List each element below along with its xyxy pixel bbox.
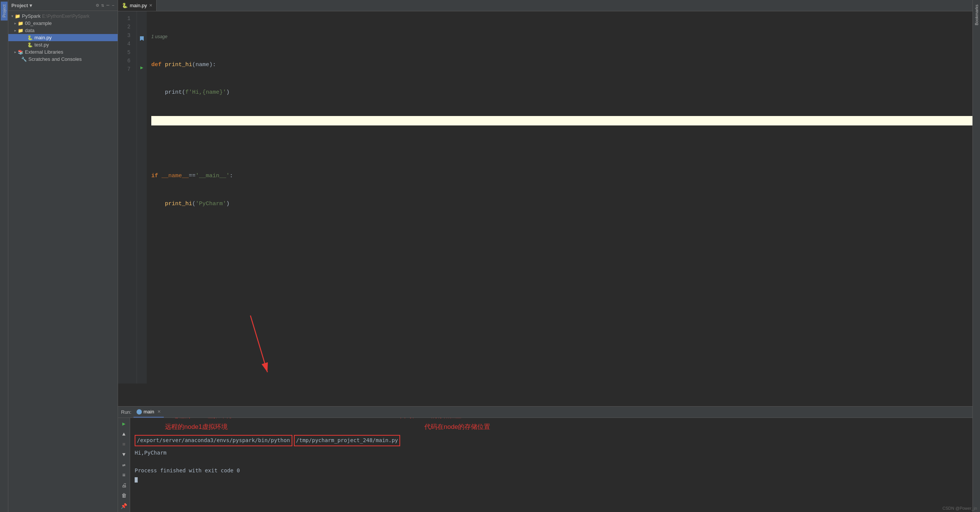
run-scroll-up[interactable]: ▲ <box>120 430 128 437</box>
run-process-finished: Process finished with exit code 0 <box>135 466 968 476</box>
run-tab-close[interactable]: ✕ <box>158 409 161 414</box>
run-panel-body: ▶ ▲ ■ ▼ ⇌ ≡ 🖨 🗑 📌 远程的node1虚拟环境 代码在node的存… <box>118 418 972 512</box>
tab-main-py[interactable]: 🐍 main.py ✕ <box>118 0 157 11</box>
script-path: /tmp/pycharm_project_248/main.py <box>294 435 401 446</box>
run-tab-main[interactable]: main ✕ <box>134 407 163 417</box>
line-num-2: 2 <box>118 23 134 31</box>
gutter-6[interactable]: ▶ <box>137 63 147 73</box>
sidebar-collapse-icon[interactable]: – <box>111 3 115 8</box>
library-icon: 📚 <box>18 49 24 55</box>
run-tab-label: main <box>143 409 154 415</box>
run-clear-button[interactable]: 🗑 <box>120 492 128 499</box>
line-numbers: 1 2 3 4 5 6 7 <box>118 11 137 384</box>
sidebar: Project ▾ ⚙ ⇅ ⋯ – ▾ 📁 PySpark E:\PythonE… <box>8 0 118 512</box>
annotation-right-label: 代码在node的存储位置 <box>399 418 461 420</box>
line-num-5: 5 <box>118 48 134 57</box>
arrow-icon: ▸ <box>14 21 16 25</box>
code-gutter: ▶ <box>137 11 147 384</box>
bookmarks-label[interactable]: Bookmarks <box>973 2 980 29</box>
sidebar-item-label: main.py <box>34 35 52 40</box>
watermark: CSDN @Power_jn <box>943 506 977 510</box>
run-play-button[interactable]: ▶ <box>120 420 128 427</box>
run-command-line: /export/server/anaconda3/envs/pyspark/bi… <box>135 435 968 446</box>
tab-label: main.py <box>130 3 147 8</box>
bookmarks-sidebar[interactable]: Bookmarks <box>972 0 980 512</box>
sidebar-item-scratches[interactable]: 🔧 Scratches and Consoles <box>8 55 118 63</box>
sidebar-item-test-py[interactable]: 🐍 test.py <box>8 41 118 48</box>
sidebar-title: Project ▾ <box>11 3 32 8</box>
run-stop-button[interactable]: ■ <box>120 441 128 448</box>
sidebar-header: Project ▾ ⚙ ⇅ ⋯ – <box>8 0 118 11</box>
gutter-7 <box>137 73 147 82</box>
python-file-icon: 🐍 <box>27 42 33 48</box>
sidebar-item-main-py[interactable]: 🐍 main.py <box>8 34 118 41</box>
editor-tabs: 🐍 main.py ✕ <box>118 0 972 11</box>
sidebar-item-00example[interactable]: ▸ 📁 00_example <box>8 20 118 27</box>
sidebar-item-label: External Libraries <box>25 49 63 55</box>
annotation-left-label: 远程的node1虚拟环境 <box>172 418 232 420</box>
annotation-right-text: 代码在node的存储位置 <box>425 422 490 433</box>
run-panel-header: Run: main ✕ <box>118 407 972 418</box>
bookmark-icon <box>140 36 144 41</box>
run-cursor-line <box>135 476 968 484</box>
sidebar-item-label: Scratches and Consoles <box>29 56 82 62</box>
folder-icon: 📁 <box>15 14 21 19</box>
python-path: /export/server/anaconda3/envs/pyspark/bi… <box>135 435 293 446</box>
gutter-4 <box>137 43 147 53</box>
run-scroll-down[interactable]: ▼ <box>120 451 128 458</box>
line-num-7: 7 <box>118 65 134 73</box>
scratches-icon: 🔧 <box>21 57 27 62</box>
folder-icon: 📁 <box>18 21 24 26</box>
gutter-2 <box>137 24 147 34</box>
gutter-1 <box>137 14 147 24</box>
arrow-svg <box>239 315 277 391</box>
sidebar-item-data[interactable]: ▸ 📁 data <box>8 27 118 34</box>
sidebar-item-pyspark-root[interactable]: ▾ 📁 PySpark E:\PythonExer\PySpark <box>8 13 118 20</box>
run-toolbar: ▶ ▲ ■ ▼ ⇌ ≡ 🖨 🗑 📌 <box>118 418 130 512</box>
run-panel: Run: main ✕ ▶ ▲ ■ ▼ ⇌ ≡ 🖨 🗑 📌 <box>118 406 972 512</box>
gutter-3 <box>137 33 147 43</box>
main-area: 🐍 main.py ✕ 1 2 3 4 5 6 7 <box>118 0 972 512</box>
sidebar-sort-icon[interactable]: ⇅ <box>101 2 104 8</box>
code-line-2: def print_hi(name): <box>151 60 972 70</box>
editor-area[interactable]: 1 2 3 4 5 6 7 ▶ 1 usage <box>118 11 972 406</box>
run-pin-button[interactable]: 📌 <box>120 502 128 510</box>
sidebar-item-label: data <box>25 28 34 33</box>
sidebar-options-icon[interactable]: ⋯ <box>106 2 109 8</box>
code-line-4 <box>151 116 972 126</box>
run-filter-button[interactable]: ≡ <box>120 472 128 479</box>
run-output-hi: Hi,PyCharm <box>135 449 968 458</box>
sidebar-item-label: 00_example <box>25 21 52 26</box>
svg-line-1 <box>250 315 267 372</box>
project-tab-vertical[interactable]: Project <box>0 0 8 512</box>
sidebar-tree: ▾ 📁 PySpark E:\PythonExer\PySpark ▸ 📁 00… <box>8 11 118 512</box>
gutter-5 <box>137 53 147 63</box>
arrow-icon: ▸ <box>14 29 16 32</box>
line-num-1: 1 <box>118 14 134 23</box>
annotation-overlay <box>118 384 972 406</box>
code-line-1: 1 usage <box>151 32 972 42</box>
code-line-7: print_hi('PyCharm') <box>151 200 972 209</box>
run-wrap-button[interactable]: ⇌ <box>120 461 128 469</box>
sidebar-item-external-libs[interactable]: ▸ 📚 External Libraries <box>8 48 118 55</box>
tab-close-button[interactable]: ✕ <box>149 3 153 8</box>
project-tab-label[interactable]: Project <box>1 2 8 21</box>
code-line-3: print(f'Hi,{name}') <box>151 88 972 98</box>
sidebar-pyspark-label: PySpark <box>22 13 40 19</box>
arrow-icon: ▾ <box>11 14 13 18</box>
run-output-blank <box>135 457 968 466</box>
annotation-labels-row: 远程的node1虚拟环境 代码在node的存储位置 <box>135 422 968 433</box>
python-file-icon: 🐍 <box>27 35 33 40</box>
folder-icon: 📁 <box>18 28 24 33</box>
sidebar-gear-icon[interactable]: ⚙ <box>96 2 99 8</box>
annotation-left-text: 远程的node1虚拟环境 <box>165 422 228 433</box>
python-tab-icon: 🐍 <box>122 3 128 8</box>
line-num-3: 3 <box>118 32 134 40</box>
run-print-button[interactable]: 🖨 <box>120 482 128 489</box>
code-line-5 <box>151 144 972 154</box>
run-label: Run: <box>121 409 131 415</box>
line-num-6: 6 <box>118 57 134 65</box>
line-num-4: 4 <box>118 40 134 48</box>
run-tab-icon <box>137 409 142 415</box>
sidebar-pyspark-path: E:\PythonExer\PySpark <box>42 14 89 19</box>
